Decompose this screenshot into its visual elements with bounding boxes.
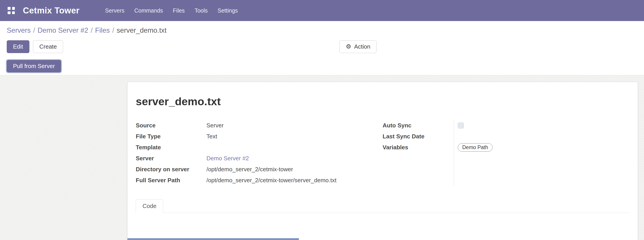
breadcrumb-files[interactable]: Files — [95, 26, 110, 34]
notebook-tabs: Code — [136, 199, 630, 213]
field-group-right: Auto Sync Last Sync Date Variables Demo … — [382, 120, 630, 186]
create-button[interactable]: Create — [33, 40, 63, 53]
field-label-directory: Directory on server — [136, 166, 206, 173]
code-editor-highlight-sliver — [128, 238, 299, 240]
breadcrumb-separator: / — [110, 26, 117, 34]
menu-settings[interactable]: Settings — [217, 6, 238, 15]
edit-button[interactable]: Edit — [7, 40, 30, 53]
apps-grid-icon[interactable] — [8, 7, 15, 14]
button-row: Edit Create ⚙ Action — [7, 40, 637, 53]
breadcrumb-separator: / — [88, 26, 95, 34]
field-groups: Source Server File Type Text Template Se… — [136, 120, 630, 186]
form-sheet: server_demo.txt Source Server File Type … — [127, 82, 638, 240]
breadcrumb-servers[interactable]: Servers — [7, 26, 31, 34]
field-value-source: Server — [206, 122, 382, 129]
menu-files[interactable]: Files — [172, 6, 185, 15]
pull-from-server-button[interactable]: Pull from Server — [7, 60, 61, 72]
apps-grid-square — [12, 11, 15, 14]
control-panel: Servers/Demo Server #2/Files/server_demo… — [0, 21, 644, 75]
field-label-file-type: File Type — [136, 133, 206, 140]
menu-tools[interactable]: Tools — [194, 6, 208, 15]
field-label-variables: Variables — [382, 142, 454, 153]
field-label-auto-sync: Auto Sync — [382, 120, 454, 131]
field-label-source: Source — [136, 122, 206, 129]
top-navbar: Cetmix Tower Servers Commands Files Tool… — [0, 0, 644, 21]
field-group-left: Source Server File Type Text Template Se… — [136, 120, 382, 186]
action-button-label: Action — [354, 43, 370, 50]
field-value-file-type: Text — [206, 133, 382, 140]
record-title: server_demo.txt — [136, 95, 630, 108]
apps-grid-square — [8, 11, 10, 14]
field-label-full-path: Full Server Path — [136, 177, 206, 184]
field-value-server-link[interactable]: Demo Server #2 — [206, 155, 382, 162]
statusbar: Pull from Server — [7, 60, 637, 74]
brand-title[interactable]: Cetmix Tower — [23, 6, 80, 15]
field-label-template: Template — [136, 144, 206, 151]
apps-grid-square — [12, 7, 15, 10]
breadcrumb-current-file: server_demo.txt — [117, 26, 166, 34]
action-button[interactable]: ⚙ Action — [340, 40, 376, 53]
breadcrumb: Servers/Demo Server #2/Files/server_demo… — [7, 25, 637, 35]
navbar-menus: Servers Commands Files Tools Settings — [104, 6, 238, 15]
breadcrumb-separator: / — [31, 26, 38, 34]
field-label-server: Server — [136, 155, 206, 162]
breadcrumb-demo-server[interactable]: Demo Server #2 — [38, 26, 88, 34]
variable-tag-demo-path[interactable]: Demo Path — [458, 143, 492, 152]
tab-code[interactable]: Code — [136, 199, 163, 213]
menu-servers[interactable]: Servers — [104, 6, 125, 15]
form-view-area: server_demo.txt Source Server File Type … — [0, 75, 644, 240]
apps-grid-square — [8, 7, 10, 10]
page: Cetmix Tower Servers Commands Files Tool… — [0, 0, 644, 240]
menu-commands[interactable]: Commands — [134, 6, 164, 15]
field-value-directory: /opt/demo_server_2/cetmix-tower — [206, 166, 382, 173]
field-value-full-path: /opt/demo_server_2/cetmix-tower/server_d… — [206, 177, 382, 184]
auto-sync-checkbox[interactable] — [458, 122, 464, 128]
right-group-values: Demo Path — [454, 120, 630, 186]
right-group-labels: Auto Sync Last Sync Date Variables — [382, 120, 454, 186]
gear-icon: ⚙ — [346, 44, 351, 50]
field-label-last-sync-date: Last Sync Date — [382, 131, 454, 142]
